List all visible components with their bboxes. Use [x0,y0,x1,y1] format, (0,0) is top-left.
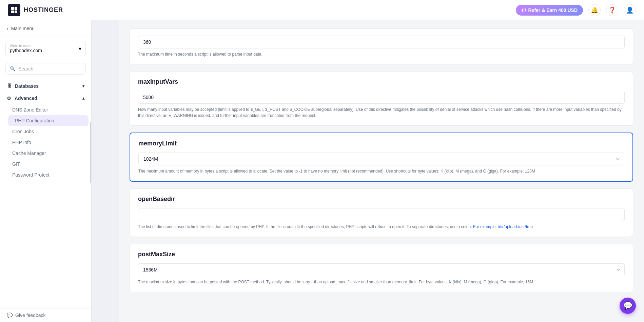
sidebar-item-git[interactable]: GIT [5,159,91,169]
open-basedir-section: openBasedir The list of directories used… [130,188,633,237]
svg-rect-0 [11,7,14,10]
max-input-vars-desc: How many input variables may be accepted… [138,106,625,119]
website-selector[interactable]: Website name pythondex.com ▾ [5,41,86,56]
post-max-size-desc: The maximum size in bytes that can be po… [138,279,625,285]
sidebar-item-php-info[interactable]: PHP Info [5,137,91,148]
search-box[interactable]: 🔍 Search [5,63,86,75]
content-wrapper: The maximum time in seconds a script is … [92,20,644,322]
open-basedir-input[interactable] [138,208,625,221]
memory-limit-section: memoryLimit 128M 256M 512M 1024M 2048M T… [130,133,633,182]
refer-icon: 🏷 [521,7,526,13]
chat-fab-icon: 💬 [623,301,632,310]
gear-icon: ⚙ [7,96,11,101]
open-basedir-title: openBasedir [138,196,625,203]
max-input-time-section: The maximum time in seconds a script is … [130,28,633,64]
back-arrow-icon: ‹ [7,26,8,31]
max-input-vars-input[interactable] [138,91,625,104]
logo-icon [8,4,20,16]
sidebar-item-cron-jobs[interactable]: Cron Jobs [5,126,91,137]
svg-rect-1 [15,7,17,10]
memory-limit-desc: The maximum amount of memory in bytes a … [138,168,624,174]
content-main: The maximum time in seconds a script is … [119,20,644,322]
memory-limit-title: memoryLimit [138,140,624,147]
header: HOSTINGER 🏷 Refer & Earn 400 USD 🔔 ❓ 👤 [0,0,644,20]
give-feedback-button[interactable]: 💬 Give feedback [0,308,91,322]
databases-icon: 🗄 [7,83,12,89]
website-info: Website name pythondex.com [10,44,42,53]
sidebar-item-password-protect[interactable]: Password Protect [5,169,91,180]
sidebar-secondary [92,20,119,322]
svg-rect-3 [15,11,17,13]
notifications-icon[interactable]: 🔔 [588,4,601,16]
chevron-down-icon: ▾ [82,84,84,88]
sidebar-item-cache-manager[interactable]: Cache Manager [5,148,91,159]
refer-earn-button[interactable]: 🏷 Refer & Earn 400 USD [516,5,583,16]
header-actions: 🏷 Refer & Earn 400 USD 🔔 ❓ 👤 [516,4,636,16]
advanced-subnav: DNS Zone Editor PHP Configuration Cron J… [0,104,91,180]
search-icon: 🔍 [10,66,16,72]
chevron-down-icon: ▾ [79,45,81,52]
sidebar-item-databases[interactable]: 🗄 Databases ▾ [0,80,91,92]
sidebar-nav: 🗄 Databases ▾ ⚙ Advanced ▴ DNS Zone Edit… [0,77,91,308]
svg-rect-2 [11,11,14,13]
max-input-vars-title: maxInputVars [138,78,625,85]
sidebar-item-advanced[interactable]: ⚙ Advanced ▴ [0,92,91,104]
post-max-size-title: postMaxSize [138,251,625,258]
max-input-time-desc: The maximum time in seconds a script is … [138,51,625,57]
scrollbar[interactable] [90,122,91,183]
sidebar-left: ‹ Main menu Website name pythondex.com ▾… [0,20,92,322]
chevron-up-icon: ▴ [82,96,84,101]
chat-icon: 💬 [7,313,13,318]
sidebar-item-php-configuration[interactable]: PHP Configuration [8,115,89,126]
user-icon[interactable]: 👤 [624,4,636,16]
help-icon[interactable]: ❓ [606,4,618,16]
logo-text: HOSTINGER [24,6,63,14]
logo: HOSTINGER [8,4,63,16]
sidebar-item-dns-zone-editor[interactable]: DNS Zone Editor [5,104,91,115]
max-input-vars-section: maxInputVars How many input variables ma… [130,71,633,126]
post-max-size-select[interactable]: 16M 32M 64M 128M 256M 1536M [138,263,625,276]
max-input-time-input[interactable] [138,36,625,48]
main-menu-back[interactable]: ‹ Main menu [0,20,91,37]
main-layout: ‹ Main menu Website name pythondex.com ▾… [0,20,644,322]
chat-fab-button[interactable]: 💬 [620,298,636,314]
memory-limit-select[interactable]: 128M 256M 512M 1024M 2048M [138,153,624,165]
open-basedir-desc: The list of directories used to limit th… [138,224,625,230]
post-max-size-section: postMaxSize 16M 32M 64M 128M 256M 1536M … [130,244,633,292]
